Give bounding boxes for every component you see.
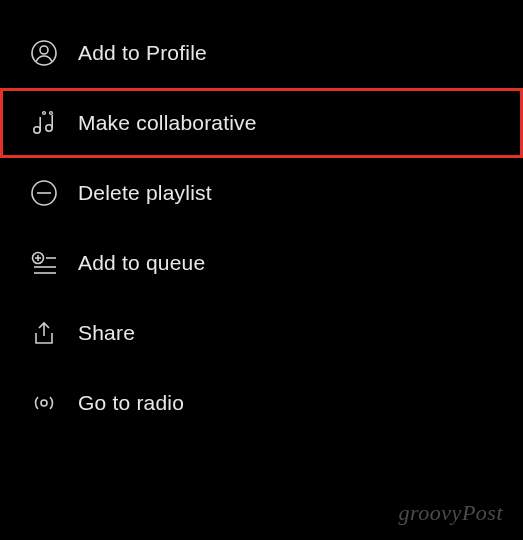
menu-item-label: Delete playlist: [78, 181, 212, 205]
radio-icon: [30, 389, 58, 417]
music-collaborative-icon: [30, 109, 58, 137]
menu-item-label: Go to radio: [78, 391, 184, 415]
menu-item-label: Add to Profile: [78, 41, 207, 65]
svg-point-16: [41, 400, 47, 406]
menu-item-add-to-profile[interactable]: Add to Profile: [0, 18, 523, 88]
profile-icon: [30, 39, 58, 67]
menu-item-add-to-queue[interactable]: Add to queue: [0, 228, 523, 298]
menu-item-label: Add to queue: [78, 251, 205, 275]
svg-point-6: [43, 112, 46, 115]
svg-point-7: [50, 112, 53, 115]
menu-item-go-to-radio[interactable]: Go to radio: [0, 368, 523, 438]
menu-item-make-collaborative[interactable]: Make collaborative: [0, 88, 523, 158]
svg-point-2: [34, 127, 40, 133]
menu-item-label: Share: [78, 321, 135, 345]
svg-point-1: [40, 46, 48, 54]
watermark: groovyPost: [399, 500, 503, 526]
menu-item-delete-playlist[interactable]: Delete playlist: [0, 158, 523, 228]
minus-circle-icon: [30, 179, 58, 207]
svg-point-0: [32, 41, 56, 65]
add-to-queue-icon: [30, 249, 58, 277]
context-menu: Add to Profile Make collaborative Delete…: [0, 0, 523, 456]
menu-item-label: Make collaborative: [78, 111, 257, 135]
share-icon: [30, 319, 58, 347]
menu-item-share[interactable]: Share: [0, 298, 523, 368]
svg-point-3: [46, 125, 52, 131]
